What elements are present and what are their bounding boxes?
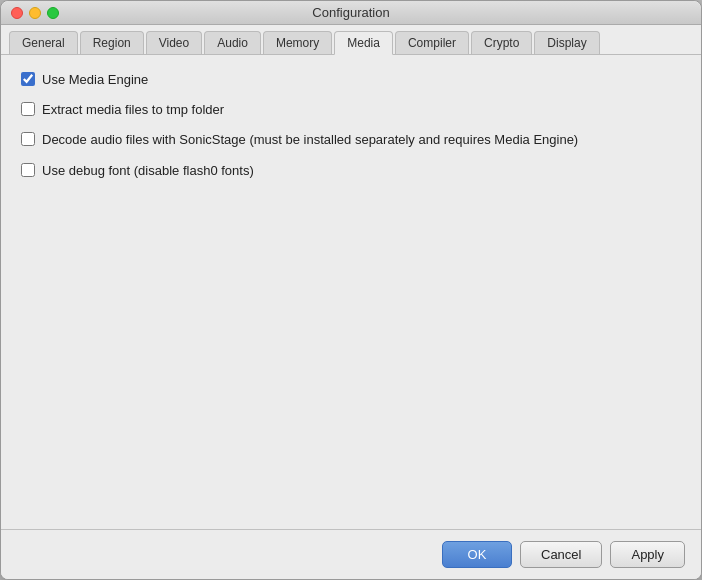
use-media-engine-label: Use Media Engine [42, 71, 148, 89]
use-debug-font-row: Use debug font (disable flash0 fonts) [21, 162, 681, 180]
tab-video[interactable]: Video [146, 31, 202, 54]
decode-audio-files-row: Decode audio files with SonicStage (must… [21, 131, 681, 149]
use-debug-font-checkbox[interactable] [21, 163, 35, 177]
configuration-window: Configuration General Region Video Audio… [0, 0, 702, 580]
ok-button[interactable]: OK [442, 541, 512, 568]
window-title: Configuration [312, 5, 389, 20]
use-media-engine-checkbox[interactable] [21, 72, 35, 86]
decode-audio-files-checkbox[interactable] [21, 132, 35, 146]
tab-memory[interactable]: Memory [263, 31, 332, 54]
content-area: Use Media Engine Extract media files to … [1, 55, 701, 529]
use-media-engine-row: Use Media Engine [21, 71, 681, 89]
tab-compiler[interactable]: Compiler [395, 31, 469, 54]
minimize-button[interactable] [29, 7, 41, 19]
extract-media-files-label: Extract media files to tmp folder [42, 101, 224, 119]
cancel-button[interactable]: Cancel [520, 541, 602, 568]
maximize-button[interactable] [47, 7, 59, 19]
tab-media[interactable]: Media [334, 31, 393, 55]
apply-button[interactable]: Apply [610, 541, 685, 568]
close-button[interactable] [11, 7, 23, 19]
tabs-bar: General Region Video Audio Memory Media … [1, 25, 701, 55]
decode-audio-files-label: Decode audio files with SonicStage (must… [42, 131, 578, 149]
use-debug-font-label: Use debug font (disable flash0 fonts) [42, 162, 254, 180]
bottom-bar: OK Cancel Apply [1, 529, 701, 579]
tab-general[interactable]: General [9, 31, 78, 54]
tab-display[interactable]: Display [534, 31, 599, 54]
content-spacer [21, 192, 681, 513]
tab-region[interactable]: Region [80, 31, 144, 54]
window-controls [11, 7, 59, 19]
extract-media-files-row: Extract media files to tmp folder [21, 101, 681, 119]
extract-media-files-checkbox[interactable] [21, 102, 35, 116]
tab-crypto[interactable]: Crypto [471, 31, 532, 54]
tab-audio[interactable]: Audio [204, 31, 261, 54]
title-bar: Configuration [1, 1, 701, 25]
